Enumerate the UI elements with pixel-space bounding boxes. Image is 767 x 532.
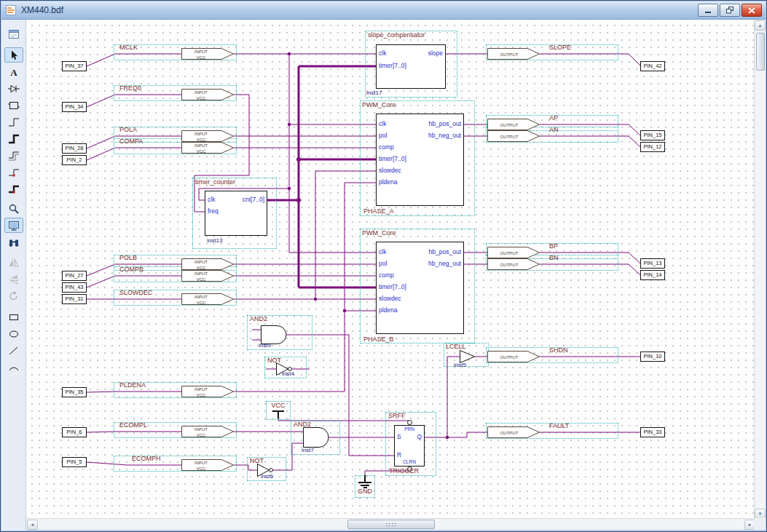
instance-name[interactable]: inst17 — [366, 90, 382, 96]
input-signal-label[interactable]: POLA — [119, 127, 137, 133]
output-signal-label[interactable]: BP — [549, 243, 558, 250]
input-connector-symbol[interactable]: INPUTVCC — [181, 258, 234, 270]
pin-assignment-box[interactable]: PIN_10 — [640, 352, 665, 362]
scroll-left-button[interactable]: ◄ — [27, 520, 38, 530]
output-signal-label[interactable]: SHDN — [549, 347, 568, 354]
input-signal-label[interactable]: MCLK — [119, 44, 138, 51]
pin-assignment-box[interactable]: PIN_13 — [640, 258, 665, 269]
tool-selection-tool[interactable] — [4, 47, 23, 63]
not-gate-shape[interactable] — [276, 362, 302, 376]
output-connector-symbol[interactable]: OUTPUT — [487, 426, 540, 438]
block-type-name[interactable]: timer_counter — [195, 179, 235, 186]
pin-assignment-box[interactable]: PIN_12 — [640, 142, 665, 152]
output-connector-symbol[interactable]: OUTPUT — [487, 258, 540, 270]
input-signal-label[interactable]: PLDENA — [119, 382, 146, 389]
output-connector-symbol[interactable]: OUTPUT — [487, 247, 540, 258]
pin-assignment-box[interactable]: PIN_37 — [62, 61, 87, 71]
minimize-button[interactable] — [698, 4, 718, 17]
tool-full-screen-tool[interactable] — [4, 218, 23, 233]
tool-orthogonal-conduit-tool[interactable] — [4, 148, 23, 163]
output-signal-label[interactable]: AP — [549, 115, 558, 122]
input-connector-symbol[interactable]: INPUTVCC — [181, 426, 234, 437]
input-signal-label[interactable]: SLOWDEC — [119, 290, 153, 296]
pin-assignment-box[interactable]: PIN_14 — [640, 270, 665, 280]
not-gate-shape[interactable] — [257, 464, 283, 477]
pin-assignment-box[interactable]: PIN_43 — [62, 282, 87, 293]
vertical-scrollbar[interactable]: ▲ ▼ — [754, 20, 766, 520]
close-button[interactable] — [742, 4, 762, 17]
pin-assignment-box[interactable]: PIN_31 — [62, 294, 87, 304]
and-gate-shape[interactable] — [261, 325, 294, 344]
input-connector-symbol[interactable]: INPUTVCC — [181, 48, 234, 60]
pin-assignment-box[interactable]: PIN_5 — [62, 457, 87, 467]
and-gate-shape[interactable] — [303, 427, 336, 448]
instance-label[interactable]: PHASE_B — [363, 336, 394, 343]
input-connector-symbol[interactable]: INPUTVCC — [181, 459, 234, 471]
input-signal-label[interactable]: ECOMPL — [119, 422, 147, 429]
input-connector-symbol[interactable]: INPUTVCC — [181, 130, 234, 142]
tool-find-tool[interactable] — [4, 234, 23, 250]
pin-assignment-box[interactable]: PIN_15 — [640, 130, 665, 140]
instance-name[interactable]: inst7 — [302, 448, 314, 453]
gate-type-label[interactable]: AND2 — [250, 316, 267, 322]
input-signal-label[interactable]: POLB — [119, 255, 137, 261]
tool-block-tool[interactable] — [4, 98, 23, 113]
instance-label[interactable]: PHASE_A — [363, 208, 394, 215]
input-connector-symbol[interactable]: INPUTVCC — [181, 142, 234, 154]
output-signal-label[interactable]: BN — [549, 255, 559, 261]
horizontal-scroll-thumb[interactable] — [347, 520, 435, 529]
tool-rectangle-tool[interactable] — [4, 309, 23, 325]
pin-assignment-box[interactable]: PIN_34 — [62, 102, 87, 112]
scroll-down-button[interactable]: ▼ — [755, 509, 766, 519]
block-type-name[interactable]: slope_compensator — [368, 32, 425, 39]
block-type-name[interactable]: PWM_Core — [362, 102, 396, 108]
gate-type-label[interactable]: LCELL — [446, 344, 466, 350]
block-type-name[interactable]: PWM_Core — [362, 230, 396, 237]
tool-arc-tool[interactable] — [4, 360, 23, 375]
output-connector-symbol[interactable]: OUTPUT — [487, 130, 540, 142]
input-connector-symbol[interactable]: INPUTVCC — [181, 270, 234, 282]
input-signal-label[interactable]: ECOMPH — [132, 456, 161, 462]
input-connector-symbol[interactable]: INPUTVCC — [181, 293, 234, 305]
input-signal-label[interactable]: COMPA — [119, 138, 143, 145]
tool-detach-window[interactable] — [4, 26, 23, 41]
input-connector-symbol[interactable]: INPUTVCC — [181, 386, 234, 397]
instance-name[interactable]: inst13 — [207, 238, 222, 244]
tool-partial-bus-tool[interactable] — [4, 181, 23, 196]
tool-partial-line-tool[interactable] — [4, 164, 23, 180]
tool-flip-horizontal-tool[interactable] — [4, 255, 23, 270]
input-signal-label[interactable]: FREQ0 — [119, 85, 141, 92]
buffer-gate-shape[interactable] — [460, 350, 480, 363]
instance-name[interactable]: inst5 — [454, 362, 466, 368]
tool-symbol-tool[interactable] — [4, 81, 23, 96]
output-signal-label[interactable]: SLOPE — [549, 44, 571, 51]
scroll-up-button[interactable]: ▲ — [755, 20, 766, 31]
output-connector-symbol[interactable]: OUTPUT — [487, 48, 540, 60]
tool-oval-tool[interactable] — [4, 326, 23, 341]
tool-text-tool[interactable]: A — [4, 64, 23, 79]
restore-button[interactable] — [720, 4, 740, 17]
pin-assignment-box[interactable]: PIN_28 — [62, 143, 87, 154]
tool-flip-vertical-tool[interactable] — [4, 271, 23, 287]
input-signal-label[interactable]: COMPB — [119, 266, 143, 273]
pin-assignment-box[interactable]: PIN_2 — [62, 155, 87, 165]
tool-rotate-tool[interactable] — [4, 288, 23, 303]
tool-orthogonal-node-tool[interactable] — [4, 114, 23, 130]
output-connector-symbol[interactable]: OUTPUT — [487, 119, 540, 130]
output-signal-label[interactable]: AN — [549, 127, 559, 133]
pin-assignment-box[interactable]: PIN_35 — [62, 387, 87, 397]
input-connector-symbol[interactable]: INPUTVCC — [181, 89, 234, 100]
vcc-label[interactable]: VCC — [266, 402, 291, 409]
pin-assignment-box[interactable]: PIN_42 — [640, 61, 665, 71]
flipflop-instance-label[interactable]: TRIGGER — [389, 468, 419, 475]
output-connector-symbol[interactable]: OUTPUT — [487, 351, 540, 362]
wire[interactable] — [447, 357, 460, 437]
vertical-scroll-thumb[interactable] — [756, 33, 765, 71]
gnd-label[interactable]: GND — [355, 488, 375, 495]
horizontal-scrollbar[interactable]: ◄ ► — [26, 518, 756, 530]
tool-line-tool[interactable] — [4, 343, 23, 358]
flipflop-type-label[interactable]: SRFF — [388, 413, 406, 419]
titlebar[interactable]: XM440.bdf — [1, 1, 766, 20]
tool-orthogonal-bus-tool[interactable] — [4, 131, 23, 146]
output-signal-label[interactable]: FAULT — [549, 423, 569, 429]
